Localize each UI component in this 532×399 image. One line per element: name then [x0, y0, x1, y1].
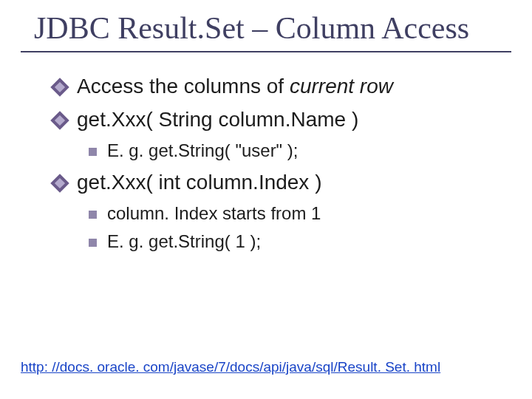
bullet-3-2: E. g. get.String( 1 );	[89, 231, 511, 253]
bullet-1-prefix: Access the columns of	[77, 75, 290, 98]
bullet-3: get.Xxx( int column.Index )	[53, 169, 511, 195]
bullet-2-1: E. g. get.String( "user" );	[89, 140, 511, 162]
bullet-2: get.Xxx( String column.Name )	[53, 106, 511, 132]
bullet-1-text: Access the columns of current row	[77, 73, 393, 99]
diamond-bullet-icon	[53, 81, 66, 94]
slide-title: JDBC Result.Set – Column Access	[34, 12, 511, 45]
square-bullet-icon	[89, 239, 97, 247]
bullet-3-text: get.Xxx( int column.Index )	[77, 169, 321, 195]
square-bullet-icon	[89, 211, 97, 219]
bullet-2-1-text: E. g. get.String( "user" );	[107, 140, 298, 162]
diamond-bullet-icon	[53, 114, 66, 127]
bullet-1: Access the columns of current row	[53, 73, 511, 99]
bullet-3-1-text: column. Index starts from 1	[107, 202, 321, 225]
square-bullet-icon	[89, 148, 97, 156]
title-underline	[21, 51, 511, 52]
bullet-1-italic: current row	[290, 75, 393, 98]
footer-link[interactable]: http: //docs. oracle. com/javase/7/docs/…	[21, 359, 440, 375]
bullet-3-2-text: E. g. get.String( 1 );	[107, 231, 261, 253]
diamond-bullet-icon	[53, 177, 66, 190]
slide-body: Access the columns of current row get.Xx…	[53, 73, 511, 253]
bullet-2-text: get.Xxx( String column.Name )	[77, 106, 358, 132]
slide: JDBC Result.Set – Column Access Access t…	[0, 0, 532, 399]
bullet-3-1: column. Index starts from 1	[89, 202, 511, 225]
